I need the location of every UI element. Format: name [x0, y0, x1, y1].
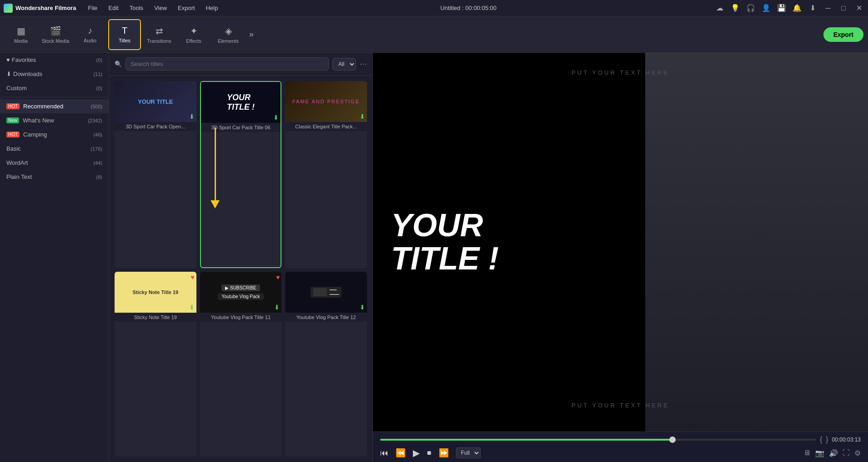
whats-new-badge: (2342)	[88, 118, 102, 123]
bulb-icon[interactable]: 💡	[730, 3, 741, 14]
progress-bar-container: { } 00:00:03:13	[380, 436, 861, 444]
sidebar-item-favorites[interactable]: ♥ Favorites (0)	[0, 53, 109, 67]
sidebar-item-camping[interactable]: HOTCamping (46)	[0, 127, 109, 142]
menu-file[interactable]: File	[83, 3, 102, 13]
effects-icon: ✦	[190, 25, 198, 36]
volume-icon[interactable]: 🔊	[829, 449, 838, 457]
user-icon[interactable]: 👤	[761, 3, 772, 14]
stock-icon: 🎬	[50, 25, 61, 36]
more-settings-icon[interactable]: ⚙	[854, 449, 861, 457]
download-card-icon-5: ⬇	[274, 304, 280, 311]
card-label-vlog12: Youtube Vlog Pack Title 12	[285, 313, 367, 322]
sidebar-item-whats-new[interactable]: NewWhat's New (2342)	[0, 113, 109, 127]
download-card-icon: ⬇	[189, 113, 195, 120]
audio-icon: ♪	[88, 25, 92, 36]
screenshot-icon[interactable]: 📷	[815, 449, 824, 457]
notification-icon[interactable]: 🔔	[792, 3, 803, 14]
tool-audio[interactable]: ♪ Audio	[74, 19, 106, 50]
title-card-elegant[interactable]: FAME AND PRESTIGE ⬇ Classic Elegant Titl…	[285, 81, 367, 268]
monitor-icon[interactable]: 🖥	[803, 449, 811, 457]
preview-area: PUT YOUR TEXT HERE YOUR TITLE ! PUT YOUR…	[373, 53, 868, 432]
title-card-sticky[interactable]: Sticky Note Title 19 ♥ ⬇ Sticky Note Tit…	[115, 272, 196, 457]
app-logo: Wondershare Filmora	[4, 4, 76, 13]
title-card-vlog11[interactable]: ▶ SUBSCRIBE Youtube Vlog Pack ♥ ⬇ Youtub…	[200, 272, 282, 457]
tool-titles[interactable]: T Titles	[108, 19, 141, 50]
left-panel: ♥ Favorites (0) ⬇ Downloads (11) Custom …	[0, 53, 109, 462]
menu-view[interactable]: View	[150, 3, 171, 13]
download-card-icon-4: ⬇	[189, 304, 195, 311]
menu-help[interactable]: Help	[201, 3, 223, 13]
download-header-icon[interactable]: ⬇	[807, 3, 818, 14]
titles-icon: T	[122, 25, 127, 36]
fullscreen-icon[interactable]: ⛶	[843, 449, 850, 457]
favorites-badge: (0)	[96, 57, 102, 63]
preview-controls: { } 00:00:03:13 ⏮ ⏪ ▶ ■ ⏩ Full 🖥 📷 🔊 ⛶ ⚙	[373, 432, 868, 462]
sidebar-item-recommended[interactable]: HOTRecommended (500)	[0, 99, 109, 113]
card-label-sport-06: 3D Sport Car Pack Title 06	[201, 123, 281, 132]
grid-toggle-btn[interactable]: ⋯	[360, 60, 367, 68]
tool-media[interactable]: ▦ Media	[5, 19, 37, 50]
recommended-badge: (500)	[90, 104, 102, 109]
frame-back-btn[interactable]: ⏪	[396, 448, 406, 458]
search-input[interactable]	[125, 57, 329, 71]
skip-forward-btn[interactable]: ⏩	[439, 448, 449, 458]
export-button[interactable]: Export	[823, 27, 863, 42]
app-name: Wondershare Filmora	[15, 5, 76, 11]
tool-media-label: Media	[14, 38, 28, 44]
maximize-icon[interactable]: □	[838, 3, 849, 14]
menu-edit[interactable]: Edit	[104, 3, 123, 13]
skip-back-btn[interactable]: ⏮	[380, 448, 388, 458]
menu-tools[interactable]: Tools	[125, 3, 148, 13]
bracket-left-btn[interactable]: {	[820, 436, 822, 444]
wordart-badge: (44)	[93, 160, 102, 166]
filter-dropdown[interactable]: All	[332, 58, 356, 71]
search-bar: 🔍 All ⋯	[109, 53, 372, 76]
heart-fav-icon: ♥	[191, 274, 194, 281]
title-card-sport-06[interactable]: YOURTITLE ! ⬇ 3D Sport Car Pack Title 06	[200, 81, 282, 268]
save-icon[interactable]: 💾	[776, 3, 787, 14]
minimize-icon[interactable]: ─	[823, 3, 833, 14]
tool-elements[interactable]: ◈ Elements	[212, 19, 245, 50]
title-card-vlog12[interactable]: ━━━━━━━ ⬇ Youtube Vlog Pack Title 12	[285, 272, 367, 457]
tool-transitions[interactable]: ⇄ Transitions	[143, 19, 176, 50]
card-label-sticky: Sticky Note Title 19	[115, 313, 196, 322]
right-preview-controls: 🖥 📷 🔊 ⛶ ⚙	[803, 449, 861, 457]
progress-bar[interactable]	[380, 439, 816, 441]
sidebar-item-downloads[interactable]: ⬇ Downloads (11)	[0, 67, 109, 81]
card-label-elegant: Classic Elegant Title Pack...	[285, 122, 367, 131]
card-label-sport-open: 3D Sport Car Pack Open...	[115, 122, 196, 131]
close-icon[interactable]: ✕	[853, 3, 864, 14]
download-card-icon-2: ⬇	[273, 114, 279, 121]
progress-thumb	[669, 437, 676, 443]
sidebar-item-wordart[interactable]: WordArt (44)	[0, 156, 109, 170]
tool-titles-label: Titles	[119, 38, 130, 43]
tool-effects-label: Effects	[186, 38, 201, 44]
title-card-sport-open[interactable]: YOUR TITLE ⬇ 3D Sport Car Pack Open...	[115, 81, 196, 268]
preview-panel: PUT YOUR TEXT HERE YOUR TITLE ! PUT YOUR…	[373, 53, 868, 462]
titles-grid: YOUR TITLE ⬇ 3D Sport Car Pack Open... Y…	[109, 76, 372, 462]
toolbar-more-btn[interactable]: »	[246, 30, 256, 39]
stop-btn[interactable]: ■	[427, 449, 431, 457]
main-content: ♥ Favorites (0) ⬇ Downloads (11) Custom …	[0, 53, 868, 462]
headphone-icon[interactable]: 🎧	[745, 3, 756, 14]
download-icon: ⬇	[6, 71, 11, 77]
downloads-badge: (11)	[93, 71, 102, 77]
quality-select[interactable]: Full	[456, 447, 481, 458]
sidebar-item-basic[interactable]: Basic (176)	[0, 142, 109, 156]
sidebar-item-plain-text[interactable]: Plain Text (8)	[0, 170, 109, 184]
tool-stock-label: Stock Media	[42, 38, 70, 44]
play-btn[interactable]: ▶	[413, 447, 420, 458]
download-card-icon-3: ⬇	[360, 113, 365, 120]
bracket-right-btn[interactable]: }	[826, 436, 828, 444]
tool-effects[interactable]: ✦ Effects	[177, 19, 210, 50]
menu-bar: Wondershare Filmora File Edit Tools View…	[0, 0, 868, 16]
media-icon: ▦	[17, 25, 25, 36]
tool-stock-media[interactable]: 🎬 Stock Media	[39, 19, 72, 50]
cloud-icon[interactable]: ☁	[714, 3, 725, 14]
menu-export[interactable]: Export	[173, 3, 200, 13]
new-badge-whats-new: New	[6, 117, 19, 123]
card-label-vlog11: Youtube Vlog Pack Title 11	[200, 313, 282, 322]
sidebar-item-custom[interactable]: Custom (0)	[0, 81, 109, 95]
basic-badge: (176)	[90, 146, 102, 152]
plain-text-badge: (8)	[96, 174, 102, 180]
